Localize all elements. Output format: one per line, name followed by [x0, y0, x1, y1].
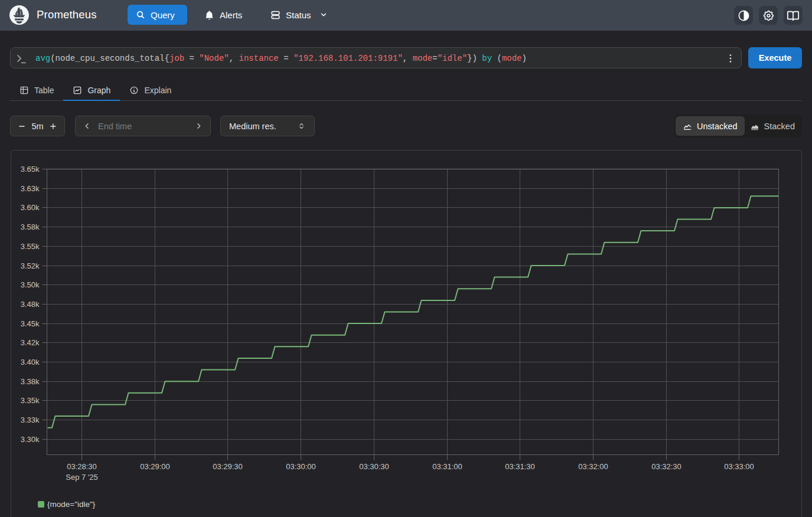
svg-text:3.52k: 3.52k [21, 261, 40, 270]
svg-text:03:29:30: 03:29:30 [213, 462, 243, 471]
svg-text:03:30:30: 03:30:30 [359, 462, 389, 471]
svg-text:3.65k: 3.65k [21, 165, 40, 174]
svg-text:3.33k: 3.33k [21, 415, 40, 424]
svg-text:3.48k: 3.48k [21, 300, 40, 309]
svg-text:03:32:00: 03:32:00 [578, 462, 608, 471]
svg-text:03:30:00: 03:30:00 [286, 462, 316, 471]
svg-text:3.42k: 3.42k [21, 338, 40, 347]
svg-text:3.40k: 3.40k [21, 358, 40, 367]
svg-text:3.35k: 3.35k [21, 396, 40, 405]
svg-text:03:28:30: 03:28:30 [67, 462, 97, 471]
svg-text:03:31:30: 03:31:30 [505, 462, 535, 471]
svg-text:3.63k: 3.63k [21, 184, 40, 193]
svg-text:3.50k: 3.50k [21, 280, 40, 289]
svg-text:3.45k: 3.45k [21, 319, 40, 328]
svg-text:3.55k: 3.55k [21, 242, 40, 251]
svg-text:3.30k: 3.30k [21, 435, 40, 444]
svg-text:03:33:00: 03:33:00 [724, 462, 754, 471]
svg-text:3.58k: 3.58k [21, 222, 40, 231]
svg-text:3.38k: 3.38k [21, 377, 40, 386]
svg-text:3.60k: 3.60k [21, 203, 40, 212]
svg-text:Sep 7 '25: Sep 7 '25 [66, 473, 98, 482]
svg-text:03:32:30: 03:32:30 [651, 462, 681, 471]
svg-text:03:29:00: 03:29:00 [140, 462, 170, 471]
svg-text:03:31:00: 03:31:00 [432, 462, 462, 471]
